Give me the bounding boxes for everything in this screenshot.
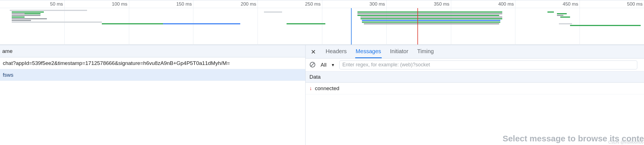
dom-content-loaded-marker xyxy=(351,8,352,45)
timeline-bar[interactable] xyxy=(364,23,499,24)
timeline-tick-label: 250 ms xyxy=(305,1,321,7)
timeline-bar[interactable] xyxy=(357,13,502,14)
timeline-tick: 350 ms xyxy=(451,0,451,45)
timeline-tick-label: 200 ms xyxy=(241,1,256,7)
close-icon[interactable] xyxy=(309,48,317,56)
messages-filter-bar: All ▼ xyxy=(306,59,644,71)
message-row[interactable]: ↓connected xyxy=(306,83,644,94)
incoming-arrow-icon: ↓ xyxy=(309,85,312,92)
timeline-bar[interactable] xyxy=(12,15,41,16)
timeline-tick-label: 450 ms xyxy=(563,1,578,7)
timeline-tick: 200 ms xyxy=(258,0,258,45)
watermark: CSDN @irisMoon06 xyxy=(608,140,643,144)
timeline-bar[interactable] xyxy=(102,23,163,24)
timeline-bar[interactable] xyxy=(560,17,570,18)
clear-icon[interactable] xyxy=(309,62,316,68)
timeline-tick: 50 ms xyxy=(64,0,65,45)
timeline-bar[interactable] xyxy=(362,22,500,23)
tab-timing[interactable]: Timing xyxy=(417,45,434,58)
timeline-tick-label: 100 ms xyxy=(112,1,128,7)
empty-message-placeholder: Select message to browse its conte xyxy=(306,94,644,145)
timeline-bar[interactable] xyxy=(361,17,502,18)
timeline-bar[interactable] xyxy=(559,23,572,24)
timeline-tick-label: 150 ms xyxy=(176,1,192,7)
timeline-bar[interactable] xyxy=(362,20,500,21)
timeline-bar[interactable] xyxy=(12,18,47,19)
data-column-header[interactable]: Data xyxy=(306,71,644,83)
request-detail-panel: HeadersMessagesInitiatorTiming All ▼ Dat… xyxy=(306,45,644,145)
request-row[interactable]: chat?appId=539f5ee2&timestamp=1712578666… xyxy=(0,57,305,69)
timeline-bar[interactable] xyxy=(361,18,502,19)
timeline-tick: 100 ms xyxy=(129,0,129,45)
timeline-bar[interactable] xyxy=(557,15,563,16)
detail-tabbar: HeadersMessagesInitiatorTiming xyxy=(306,45,644,59)
timeline-bar[interactable] xyxy=(357,11,502,13)
timeline-tick-label: 500 ms xyxy=(627,1,643,7)
network-timeline[interactable]: 50 ms100 ms150 ms200 ms250 ms300 ms350 m… xyxy=(0,0,644,45)
tab-headers[interactable]: Headers xyxy=(325,45,347,58)
timeline-bar[interactable] xyxy=(547,11,554,13)
details-split: ame chat?appId=539f5ee2&timestamp=171257… xyxy=(0,45,644,145)
timeline-tick-label: 400 ms xyxy=(498,1,514,7)
filter-all-label[interactable]: All xyxy=(321,62,326,68)
timeline-tick-label: 50 ms xyxy=(50,1,63,7)
tab-messages[interactable]: Messages xyxy=(355,45,382,58)
load-event-marker xyxy=(417,8,418,45)
name-column-header[interactable]: ame xyxy=(0,45,305,57)
timeline-tick: 400 ms xyxy=(515,0,515,45)
timeline-bar[interactable] xyxy=(12,11,44,13)
filter-dropdown-icon[interactable]: ▼ xyxy=(331,63,335,67)
timeline-bar[interactable] xyxy=(570,25,641,26)
timeline-bar[interactable] xyxy=(12,22,102,23)
timeline-bar[interactable] xyxy=(557,13,567,14)
timeline-tick-label: 300 ms xyxy=(369,1,385,7)
svg-line-1 xyxy=(311,63,314,66)
timeline-tick: 250 ms xyxy=(322,0,322,45)
timeline-bar[interactable] xyxy=(12,17,25,18)
timeline-bar[interactable] xyxy=(25,13,41,14)
timeline-bar[interactable] xyxy=(10,10,87,11)
timeline-bar[interactable] xyxy=(12,13,25,14)
timeline-bar[interactable] xyxy=(357,15,499,16)
timeline-bar[interactable] xyxy=(264,11,282,13)
timeline-tick-label: 350 ms xyxy=(434,1,450,7)
message-text: connected xyxy=(315,85,340,92)
request-row[interactable]: fsws xyxy=(0,69,305,81)
request-list-panel: ame chat?appId=539f5ee2&timestamp=171257… xyxy=(0,45,306,145)
timeline-tick: 300 ms xyxy=(386,0,387,45)
timeline-tick: 450 ms xyxy=(580,0,580,45)
timeline-bar[interactable] xyxy=(12,20,31,21)
tab-initiator[interactable]: Initiator xyxy=(390,45,409,58)
timeline-bar[interactable] xyxy=(163,23,240,24)
timeline-bar[interactable] xyxy=(287,23,325,24)
regex-filter-input[interactable] xyxy=(339,60,637,69)
timeline-tick: 150 ms xyxy=(193,0,193,45)
